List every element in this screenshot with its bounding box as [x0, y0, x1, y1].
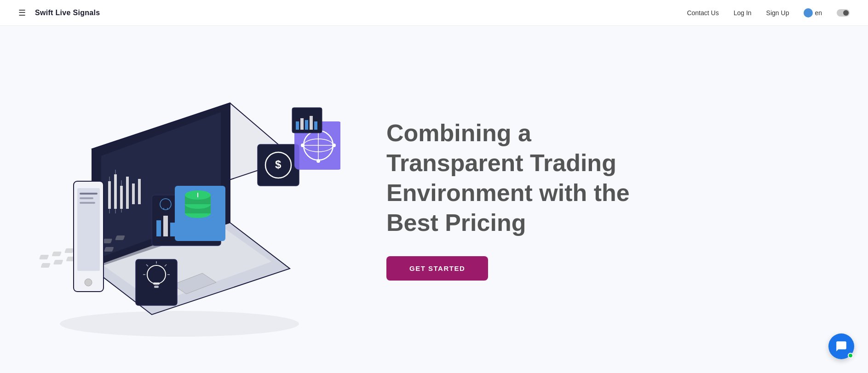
svg-rect-30 — [77, 188, 100, 271]
navbar: ☰ Swift Live Signals Contact Us Log In S… — [0, 0, 868, 26]
hero-section: $ — [0, 26, 868, 373]
language-selector[interactable]: en — [804, 8, 822, 17]
language-label: en — [815, 9, 822, 17]
isometric-graphic: $ — [37, 57, 340, 342]
navbar-right: Contact Us Log In Sign Up en — [687, 8, 850, 17]
navbar-left: ☰ Swift Live Signals — [18, 8, 100, 18]
nav-contact-us[interactable]: Contact Us — [687, 9, 719, 17]
svg-rect-7 — [126, 177, 129, 209]
svg-rect-16 — [52, 252, 62, 256]
chat-button[interactable] — [828, 333, 854, 359]
svg-rect-9 — [138, 179, 141, 204]
hero-title: Combining a Transparent Trading Environm… — [386, 118, 662, 238]
svg-rect-72 — [153, 282, 160, 285]
svg-point-62 — [301, 143, 305, 147]
svg-rect-33 — [80, 202, 95, 204]
brand-name: Swift Live Signals — [35, 9, 100, 17]
svg-rect-73 — [154, 286, 159, 288]
svg-rect-17 — [64, 248, 75, 253]
svg-rect-69 — [314, 121, 317, 130]
svg-point-34 — [85, 279, 92, 286]
nav-sign-up[interactable]: Sign Up — [766, 9, 789, 17]
svg-rect-36 — [156, 220, 161, 236]
svg-rect-67 — [305, 120, 308, 130]
svg-point-63 — [332, 143, 336, 147]
svg-rect-66 — [300, 118, 304, 130]
svg-point-0 — [60, 311, 299, 337]
online-indicator — [848, 353, 853, 358]
hero-illustration: $ — [28, 57, 350, 342]
svg-rect-8 — [132, 184, 135, 204]
svg-rect-27 — [104, 247, 114, 252]
svg-text:$: $ — [275, 158, 282, 171]
svg-rect-31 — [80, 193, 98, 195]
chat-icon — [835, 340, 847, 352]
dark-mode-toggle[interactable] — [837, 9, 850, 17]
svg-rect-23 — [53, 260, 63, 264]
svg-point-61 — [316, 159, 320, 163]
svg-rect-38 — [170, 223, 175, 236]
svg-rect-15 — [39, 255, 49, 259]
flag-icon — [804, 8, 813, 17]
hamburger-icon[interactable]: ☰ — [18, 8, 26, 18]
svg-rect-22 — [40, 263, 51, 268]
svg-rect-21 — [115, 235, 125, 240]
svg-rect-32 — [80, 197, 93, 199]
svg-rect-68 — [310, 116, 313, 130]
hero-svg: $ — [37, 57, 340, 342]
nav-log-in[interactable]: Log In — [734, 9, 752, 17]
svg-rect-65 — [296, 121, 299, 130]
hero-content: Combining a Transparent Trading Environm… — [350, 118, 831, 281]
get-started-button[interactable]: GET STARTED — [386, 256, 488, 281]
svg-rect-37 — [163, 216, 168, 236]
